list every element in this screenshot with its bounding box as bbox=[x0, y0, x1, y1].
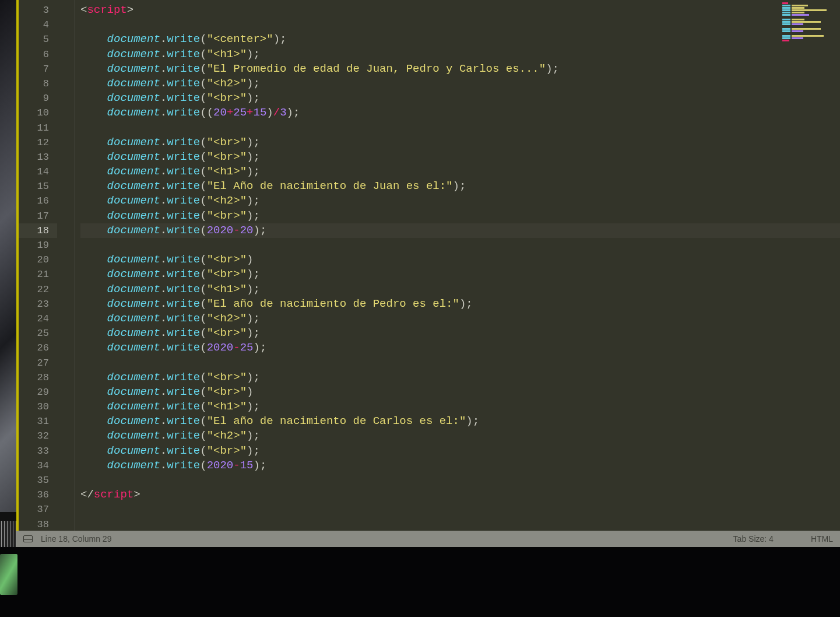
code-line[interactable]: document.write("<h1>"); bbox=[80, 164, 840, 179]
line-number[interactable]: 17 bbox=[19, 209, 57, 223]
line-number[interactable]: 38 bbox=[19, 517, 57, 532]
line-number[interactable]: 23 bbox=[19, 297, 57, 311]
line-number[interactable]: 19 bbox=[19, 238, 57, 253]
status-bar: Line 18, Column 29 Tab Size: 4 HTML bbox=[16, 531, 840, 547]
code-line[interactable] bbox=[80, 356, 840, 370]
code-line[interactable]: document.write("<br>"); bbox=[80, 91, 840, 106]
line-number[interactable]: 8 bbox=[19, 76, 57, 91]
line-number[interactable]: 4 bbox=[19, 17, 57, 32]
line-number[interactable]: 29 bbox=[19, 385, 57, 399]
line-number[interactable]: 13 bbox=[19, 150, 57, 164]
code-line[interactable]: document.write("<h2>"); bbox=[80, 429, 840, 443]
code-area[interactable]: <script> document.write("<center>"); doc… bbox=[57, 0, 840, 547]
line-number[interactable]: 16 bbox=[19, 194, 57, 208]
code-line[interactable]: document.write("<br>"); bbox=[80, 267, 840, 282]
code-line[interactable]: document.write(2020-15); bbox=[80, 458, 840, 473]
code-line[interactable]: document.write("<br>") bbox=[80, 385, 840, 399]
line-number[interactable]: 5 bbox=[19, 32, 57, 47]
line-number[interactable]: 30 bbox=[19, 399, 57, 414]
code-line[interactable]: document.write("<h1>"); bbox=[80, 399, 840, 414]
line-number[interactable]: 14 bbox=[19, 164, 57, 179]
line-number[interactable]: 37 bbox=[19, 502, 57, 517]
line-number[interactable]: 34 bbox=[19, 458, 57, 473]
code-line[interactable]: document.write(2020-25); bbox=[80, 341, 840, 355]
line-number[interactable]: 24 bbox=[19, 311, 57, 326]
code-line[interactable]: document.write("<br>"); bbox=[80, 326, 840, 341]
code-line[interactable]: document.write("<br>"); bbox=[80, 150, 840, 164]
code-line[interactable]: document.write((20+25+15)/3); bbox=[80, 106, 840, 120]
cursor-position[interactable]: Line 18, Column 29 bbox=[41, 534, 111, 544]
line-number[interactable]: 11 bbox=[19, 121, 57, 135]
line-number[interactable]: 18 bbox=[19, 223, 57, 238]
line-number[interactable]: 15 bbox=[19, 179, 57, 194]
line-number[interactable]: 10 bbox=[19, 106, 57, 120]
code-line[interactable] bbox=[80, 502, 840, 517]
code-line[interactable]: document.write("<h2>"); bbox=[80, 311, 840, 326]
line-number[interactable]: 27 bbox=[19, 356, 57, 370]
code-line[interactable]: document.write("El año de nacimiento de … bbox=[80, 297, 840, 311]
code-line[interactable] bbox=[80, 517, 840, 532]
line-number[interactable]: 9 bbox=[19, 91, 57, 106]
code-line[interactable]: document.write("<h2>"); bbox=[80, 194, 840, 208]
minimap[interactable] bbox=[782, 2, 838, 52]
line-number[interactable]: 3 bbox=[19, 3, 57, 17]
tab-size[interactable]: Tab Size: 4 bbox=[733, 534, 774, 544]
desktop-below bbox=[0, 547, 840, 617]
code-line[interactable] bbox=[80, 121, 840, 135]
line-number[interactable]: 35 bbox=[19, 473, 57, 488]
code-line[interactable]: document.write("<br>"); bbox=[80, 370, 840, 385]
code-line[interactable]: </script> bbox=[80, 488, 840, 502]
line-number[interactable]: 7 bbox=[19, 62, 57, 76]
code-line[interactable]: document.write("<br>"); bbox=[80, 444, 840, 458]
code-line[interactable]: <script> bbox=[80, 3, 840, 17]
code-line[interactable]: document.write("<br>"); bbox=[80, 135, 840, 150]
line-number[interactable]: 20 bbox=[19, 253, 57, 267]
code-line[interactable]: document.write(2020-20); bbox=[80, 223, 840, 238]
line-number[interactable]: 12 bbox=[19, 135, 57, 150]
code-line[interactable] bbox=[80, 17, 840, 32]
panel-switch-icon[interactable] bbox=[23, 535, 33, 542]
code-line[interactable] bbox=[80, 473, 840, 488]
code-line[interactable]: document.write("<center>"); bbox=[80, 32, 840, 47]
code-line[interactable] bbox=[80, 238, 840, 253]
code-line[interactable]: document.write("El Año de nacimiento de … bbox=[80, 179, 840, 194]
line-number[interactable]: 31 bbox=[19, 414, 57, 429]
code-line[interactable]: document.write("<br>") bbox=[80, 253, 840, 267]
code-line[interactable]: document.write("<br>"); bbox=[80, 209, 840, 223]
code-line[interactable]: document.write("El Promedio de edad de J… bbox=[80, 62, 840, 76]
code-editor[interactable]: 3456789101112131415161718192021222324252… bbox=[16, 0, 840, 547]
line-number[interactable]: 36 bbox=[19, 488, 57, 502]
line-number[interactable]: 25 bbox=[19, 326, 57, 341]
line-number[interactable]: 26 bbox=[19, 341, 57, 355]
code-line[interactable]: document.write("<h2>"); bbox=[80, 76, 840, 91]
line-number-gutter[interactable]: 3456789101112131415161718192021222324252… bbox=[16, 0, 57, 547]
line-number[interactable]: 32 bbox=[19, 429, 57, 443]
line-number[interactable]: 21 bbox=[19, 267, 57, 282]
syntax-mode[interactable]: HTML bbox=[811, 534, 833, 544]
code-line[interactable]: document.write("<h1>"); bbox=[80, 282, 840, 297]
line-number[interactable]: 28 bbox=[19, 370, 57, 385]
line-number[interactable]: 33 bbox=[19, 444, 57, 458]
code-line[interactable]: document.write("<h1>"); bbox=[80, 47, 840, 62]
line-number[interactable]: 22 bbox=[19, 282, 57, 297]
line-number[interactable]: 6 bbox=[19, 47, 57, 62]
code-line[interactable]: document.write("El año de nacimiento de … bbox=[80, 414, 840, 429]
